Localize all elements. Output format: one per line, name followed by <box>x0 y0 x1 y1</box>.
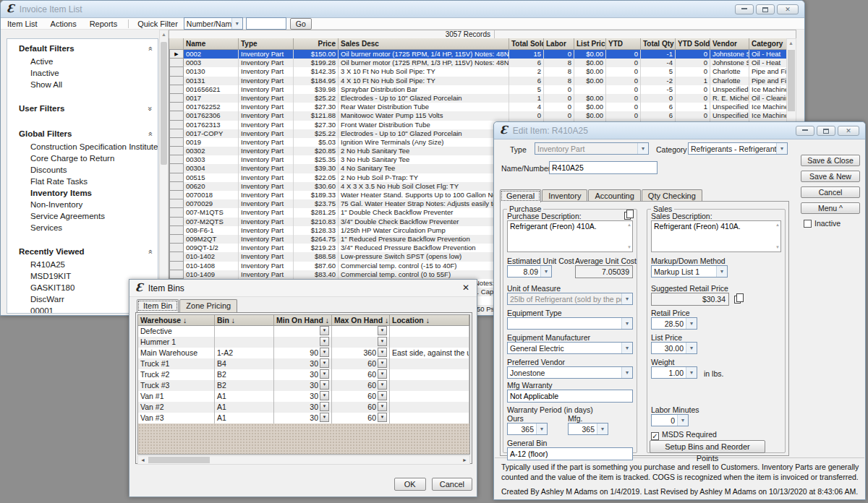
maximize-button[interactable] <box>756 4 775 14</box>
table-row[interactable]: 001762306Inventory Part$121.88Manitowoc … <box>169 111 786 120</box>
list-price-combo[interactable]: 30.00 ▾ <box>651 342 697 354</box>
general-bin-input[interactable] <box>507 447 633 460</box>
column-header-labor[interactable]: Labor <box>544 38 574 49</box>
menu-button[interactable]: Menu ^ <box>801 202 860 214</box>
row-selector[interactable] <box>169 182 184 191</box>
msds-required-checkbox[interactable]: ✓MSDS Required <box>651 430 717 440</box>
row-selector[interactable] <box>169 67 184 76</box>
row-selector[interactable] <box>169 262 184 270</box>
checkbox-icon[interactable] <box>804 220 812 228</box>
sidebar-item-r410a25[interactable]: R410A25 <box>7 259 158 270</box>
column-header-vendor[interactable]: Vendor <box>710 38 749 49</box>
minimize-button[interactable] <box>796 126 814 136</box>
bins-column-header-location[interactable]: Location ↓ <box>390 315 469 325</box>
edit-item-titlebar[interactable]: Ɛ Edit Item: R410A25 ✕ <box>494 122 865 139</box>
scroll-up-icon[interactable]: ▲ <box>787 39 795 48</box>
table-scrollbar-thumb[interactable] <box>788 50 795 111</box>
column-header-ytd[interactable]: YTD <box>606 38 641 49</box>
sidebar-item-non-inventory[interactable]: Non-Inventory <box>7 199 158 210</box>
retail-price-combo[interactable]: 28.50 ▾ <box>651 317 697 330</box>
minimize-button[interactable] <box>735 4 754 14</box>
row-selector[interactable] <box>169 121 184 129</box>
chevron-down-icon[interactable]: ▼ <box>378 391 387 400</box>
menu-actions[interactable]: Actions <box>44 19 83 29</box>
table-row[interactable]: 0003Inventory Part$199.28Oil burner moto… <box>169 59 786 67</box>
bins-scrollbar-thumb[interactable] <box>148 457 210 463</box>
column-header-category[interactable]: Category <box>749 38 786 49</box>
cancel-button[interactable]: Cancel <box>432 478 472 491</box>
row-selector[interactable]: ▶ <box>169 50 184 59</box>
menu-reports[interactable]: Reports <box>83 19 124 29</box>
mfg-warranty-input[interactable] <box>507 390 633 403</box>
chevron-down-icon[interactable]: ▾ <box>536 424 547 434</box>
markup-method-combo[interactable]: Markup List 1 ▾ <box>651 265 728 278</box>
chevron-down-icon[interactable]: ▼ <box>378 358 387 368</box>
chevron-down-icon[interactable]: ▼ <box>378 369 387 379</box>
unit-of-measure-combo[interactable]: 25lb of Refrigerant (sold by the pound) … <box>507 293 633 305</box>
preferred-vendor-combo[interactable]: Jonestone ▾ <box>507 366 633 379</box>
quick-filter-combo[interactable]: Number/Name ▾ <box>184 17 243 30</box>
row-selector[interactable] <box>169 270 184 279</box>
chevron-down-icon[interactable]: ▾ <box>686 343 697 353</box>
table-row[interactable]: ▶0002Inventory Part$150.00Oil burner mot… <box>169 50 786 59</box>
column-header-total-qty[interactable]: Total Qty <box>641 38 676 49</box>
sidebar-item-discounts[interactable]: Discounts <box>7 164 158 176</box>
copy-icon[interactable] <box>624 212 631 220</box>
sidebar-item-core-charge-to-return[interactable]: Core Charge to Return <box>7 152 158 164</box>
bins-column-header-warehouse[interactable]: Warehouse ↓ <box>138 315 215 325</box>
inactive-checkbox[interactable]: Inactive <box>804 219 841 228</box>
tab-general[interactable]: General <box>500 189 541 202</box>
expand-icon[interactable]: » <box>145 106 153 111</box>
row-selector[interactable] <box>169 226 184 235</box>
sales-description-input[interactable]: Refrigerant (Freon) 410A. <box>651 220 781 252</box>
bins-row[interactable]: Truck #3B230▼60▼ <box>137 380 470 391</box>
row-selector[interactable] <box>169 155 184 164</box>
row-selector[interactable] <box>169 59 184 67</box>
quick-filter-input[interactable] <box>246 17 286 30</box>
menu-item-list[interactable]: Item List <box>1 19 44 29</box>
chevron-down-icon[interactable]: ▾ <box>621 367 632 378</box>
sidebar-scrollbar[interactable]: ▲ ▼ <box>159 30 169 314</box>
row-selector[interactable] <box>169 244 184 252</box>
close-button[interactable]: ✕ <box>777 4 799 14</box>
bins-row[interactable]: Truck #1B430▼60▼ <box>137 358 470 369</box>
table-row[interactable]: 0017Inventory Part$25.22Electrodes - Up … <box>169 94 786 103</box>
scroll-up-icon[interactable]: ▲ <box>160 30 168 39</box>
sidebar-item-active[interactable]: Active <box>7 56 158 67</box>
tab-item-bin[interactable]: Item Bin <box>137 299 179 312</box>
row-selector[interactable] <box>169 138 184 147</box>
close-button[interactable]: ✕ <box>838 126 859 136</box>
setup-bins-button[interactable]: Setup Bins and Reorder Points <box>650 440 765 453</box>
ok-button[interactable]: OK <box>394 478 426 491</box>
sidebar-item-services[interactable]: Services <box>7 222 158 233</box>
column-header-ytd-sold[interactable]: YTD Sold <box>676 38 710 49</box>
chevron-down-icon[interactable]: ▾ <box>231 18 242 29</box>
row-selector[interactable] <box>169 94 184 103</box>
collapse-icon[interactable]: » <box>145 46 153 51</box>
chevron-down-icon[interactable]: ▼ <box>378 413 387 422</box>
maximize-button[interactable] <box>817 126 835 136</box>
bins-row[interactable]: Defective▼▼ <box>137 326 470 337</box>
bins-row[interactable]: Hummer 1▼▼ <box>137 337 470 348</box>
bins-column-header-max-on-hand[interactable]: Max On Hand ↓ <box>332 315 390 325</box>
go-button[interactable]: Go <box>290 18 312 30</box>
sidebar-item-inactive[interactable]: Inactive <box>7 67 158 79</box>
row-selector[interactable] <box>169 77 184 85</box>
chevron-down-icon[interactable]: ▼ <box>320 348 329 357</box>
mfg-warranty-period-combo[interactable]: 365 ▾ <box>568 423 608 435</box>
row-selector[interactable] <box>169 208 184 217</box>
bins-row[interactable]: Van #2A130▼60▼ <box>137 402 470 413</box>
bins-row[interactable]: Truck #2B230▼60▼ <box>137 369 470 380</box>
table-row[interactable]: 00130Inventory Part$142.353 X 10 Ft No H… <box>169 67 786 76</box>
sidebar-scrollbar-thumb[interactable] <box>161 42 167 165</box>
bins-column-header-min-on-hand[interactable]: Min On Hand ↓ <box>274 315 332 325</box>
sidebar-item-flat-rate-tasks[interactable]: Flat Rate Tasks <box>7 176 158 187</box>
chevron-down-icon[interactable]: ▾ <box>621 343 632 353</box>
weight-combo[interactable]: 1.00 ▾ <box>651 366 697 379</box>
name-number-input[interactable] <box>549 161 658 174</box>
chevron-down-icon[interactable]: ▾ <box>716 266 727 277</box>
chevron-down-icon[interactable]: ▼ <box>378 326 387 335</box>
main-titlebar[interactable]: Ɛ Invoice Item List ✕ <box>1 1 804 18</box>
column-header-list-price[interactable]: List Price <box>574 38 606 49</box>
sidebar-item-construction-specification-institute-csi-[interactable]: Construction Specification Institute (CS… <box>7 141 158 152</box>
